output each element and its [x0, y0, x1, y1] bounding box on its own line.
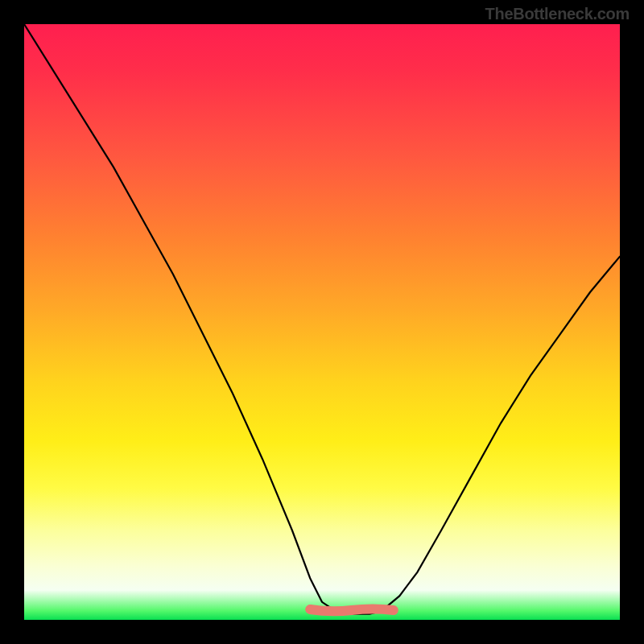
bottleneck-curve	[24, 24, 620, 614]
plot-area	[24, 24, 620, 620]
optimal-region-marker	[310, 609, 394, 612]
chart-svg	[24, 24, 620, 620]
watermark-text: TheBottleneck.com	[485, 5, 630, 23]
